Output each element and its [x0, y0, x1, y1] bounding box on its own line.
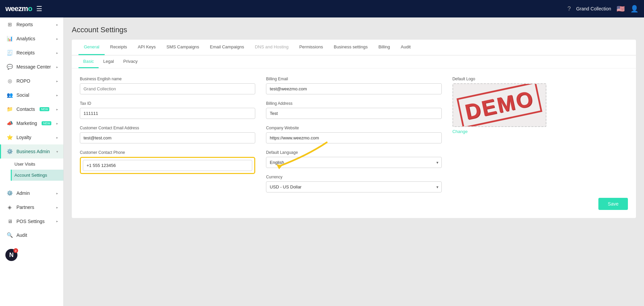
tab-audit[interactable]: Audit	[395, 40, 416, 55]
topnav-right: ? Grand Collection 🇺🇸 👤	[568, 5, 639, 13]
new-badge: NEW	[40, 107, 49, 111]
currency-select[interactable]: USD - US Dollar EUR - Euro GBP - British…	[266, 181, 441, 192]
sidebar-sub-section: User Visits Account Settings	[0, 159, 63, 181]
sidebar-item-admin[interactable]: ⚙️ Admin ▸	[0, 186, 63, 200]
sidebar-item-pos-settings[interactable]: 🖥 POS Settings ▸	[0, 214, 63, 228]
business-admin-icon: ⚙️	[6, 148, 13, 155]
sidebar-item-reports[interactable]: ⊞ Reports ▸	[0, 17, 63, 32]
sidebar-item-label: Analytics	[16, 36, 35, 41]
user-menu-icon[interactable]: 👤	[630, 5, 639, 13]
loyalty-icon: ⭐	[6, 134, 13, 140]
tab-business-settings[interactable]: Business settings	[328, 40, 373, 55]
customer-phone-input[interactable]	[83, 160, 252, 171]
business-name-input[interactable]	[80, 83, 255, 94]
tab-sms-campaigns[interactable]: SMS Campaigns	[161, 40, 205, 55]
tab-receipts[interactable]: Receipts	[105, 40, 132, 55]
default-logo-group: Default Logo DEMO Change	[452, 77, 628, 134]
customer-email-input[interactable]	[80, 132, 255, 143]
billing-email-input[interactable]	[266, 83, 441, 94]
sidebar-item-contacts[interactable]: 📁 Contacts NEW ▸	[0, 102, 63, 116]
language-select-wrapper: English Spanish French	[266, 157, 441, 168]
sidebar-item-label: Contacts	[16, 106, 35, 112]
settings-card: General Receipts API Keys SMS Campaigns …	[72, 40, 636, 218]
form-col-1: Business English name Tax ID Customer Co…	[80, 77, 255, 192]
sidebar-bottom-section: ⚙️ Admin ▸ ◈ Partners ▸ 🖥 POS Settings ▸…	[0, 186, 63, 242]
sidebar-item-receipts[interactable]: 🧾 Receipts ▸	[0, 46, 63, 60]
customer-phone-label: Customer Contact Phone	[80, 150, 255, 155]
sidebar-item-social[interactable]: 👥 Social ▸	[0, 88, 63, 102]
sidebar-item-marketing[interactable]: 📣 Marketing NEW ▸	[0, 116, 63, 130]
billing-address-input[interactable]	[266, 108, 441, 119]
tab-legal[interactable]: Legal	[99, 55, 119, 68]
tab-privacy[interactable]: Privacy	[119, 55, 143, 68]
sidebar-item-label: Social	[16, 92, 29, 98]
tab-permissions[interactable]: Permissions	[294, 40, 328, 55]
sidebar-item-label: Reports	[16, 22, 33, 27]
sidebar-user-row: N 2	[0, 245, 63, 265]
audit-icon: 🔍	[6, 232, 13, 238]
chevron-icon: ▸	[56, 65, 58, 69]
flag-icon[interactable]: 🇺🇸	[616, 5, 625, 13]
default-language-select[interactable]: English Spanish French	[266, 157, 441, 168]
reports-icon: ⊞	[6, 21, 13, 28]
default-logo-label: Default Logo	[452, 77, 628, 81]
billing-email-group: Billing Email	[266, 77, 441, 94]
user-avatar-sidebar[interactable]: N 2	[5, 249, 17, 261]
marketing-icon: 📣	[6, 120, 13, 126]
topnav-left: weezmo ☰	[5, 4, 42, 13]
sidebar-item-loyalty[interactable]: ⭐ Loyalty ▸	[0, 130, 63, 144]
tab-billing[interactable]: Billing	[373, 40, 395, 55]
sidebar-item-label: Partners	[16, 205, 34, 210]
tab-general[interactable]: General	[78, 40, 105, 55]
help-icon[interactable]: ?	[568, 5, 571, 12]
demo-stamp: DEMO	[452, 83, 546, 127]
topnav: weezmo ☰ ? Grand Collection 🇺🇸 👤	[0, 0, 644, 17]
page-title: Account Settings	[72, 26, 636, 34]
tab-basic[interactable]: Basic	[78, 55, 99, 68]
pos-settings-icon: 🖥	[6, 218, 13, 224]
chevron-icon: ▸	[56, 219, 58, 223]
business-name-group: Business English name	[80, 77, 255, 94]
tax-id-group: Tax ID	[80, 101, 255, 119]
company-website-input[interactable]	[266, 132, 441, 143]
inner-tabs: Basic Legal Privacy	[72, 55, 636, 69]
sidebar-item-user-visits[interactable]: User Visits	[11, 159, 63, 170]
chevron-icon: ▾	[56, 150, 58, 154]
tab-api-keys[interactable]: API Keys	[132, 40, 161, 55]
sidebar-item-label: Business Admin	[16, 149, 50, 154]
sidebar-item-label: Audit	[16, 232, 27, 238]
sidebar-item-ropo[interactable]: ◎ ROPO ▸	[0, 74, 63, 88]
sidebar-item-business-admin[interactable]: ⚙️ Business Admin ▾	[0, 144, 63, 159]
sidebar-item-audit[interactable]: 🔍 Audit	[0, 228, 63, 242]
user-notification-badge: 2	[13, 248, 18, 253]
sidebar-item-account-settings[interactable]: Account Settings	[11, 170, 63, 181]
sidebar-item-analytics[interactable]: 📊 Analytics ▸	[0, 32, 63, 46]
main-content: Account Settings General Receipts API Ke…	[64, 17, 644, 306]
save-button[interactable]: Save	[598, 198, 628, 210]
sidebar-item-label: ROPO	[16, 78, 30, 84]
ropo-icon: ◎	[6, 78, 13, 84]
customer-phone-group: Customer Contact Phone	[80, 150, 255, 174]
billing-address-label: Billing Address	[266, 101, 441, 106]
sidebar-item-message-center[interactable]: 💬 Message Center ▸	[0, 60, 63, 74]
sidebar-item-partners[interactable]: ◈ Partners ▸	[0, 200, 63, 214]
analytics-icon: 📊	[6, 36, 13, 42]
chevron-icon: ▸	[56, 23, 58, 27]
chevron-icon: ▸	[56, 191, 58, 195]
outer-tabs: General Receipts API Keys SMS Campaigns …	[72, 40, 636, 55]
user-initial: N	[9, 252, 14, 259]
org-name[interactable]: Grand Collection	[576, 6, 611, 11]
tab-email-campaigns[interactable]: Email Campaigns	[205, 40, 250, 55]
demo-label: DEMO	[457, 83, 542, 127]
company-website-group: Company Website	[266, 126, 441, 143]
currency-select-wrapper: USD - US Dollar EUR - Euro GBP - British…	[266, 181, 441, 192]
social-icon: 👥	[6, 92, 13, 98]
form-col-2: Billing Email Billing Address Company We…	[266, 77, 441, 192]
sidebar-item-label: Admin	[16, 190, 30, 196]
change-logo-link[interactable]: Change	[452, 129, 628, 134]
hamburger-icon[interactable]: ☰	[36, 5, 42, 13]
form-col-3: Default Logo DEMO Change	[452, 77, 628, 192]
tax-id-input[interactable]	[80, 108, 255, 119]
phone-highlight-box	[80, 157, 255, 174]
sidebar-item-label: POS Settings	[16, 219, 45, 224]
